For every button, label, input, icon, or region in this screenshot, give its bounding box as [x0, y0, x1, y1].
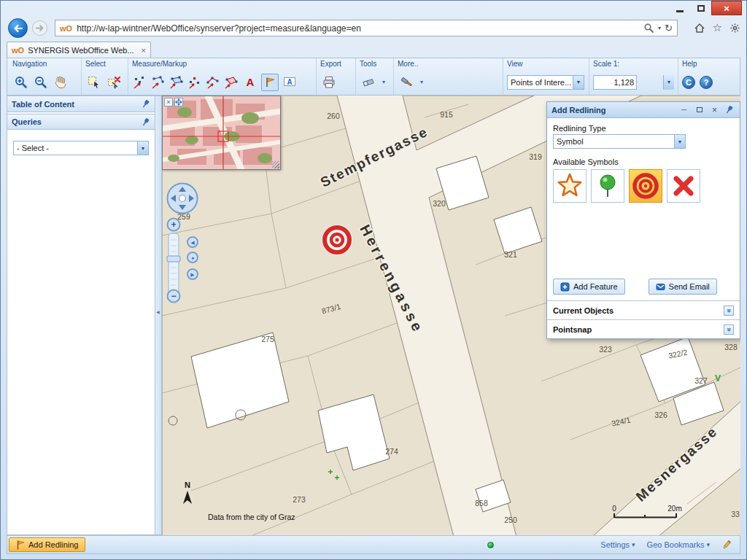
clear-selection-icon[interactable] [105, 74, 123, 91]
svg-text:0: 0 [612, 505, 616, 513]
overview-pan-icon[interactable] [174, 98, 183, 106]
email-icon [656, 282, 665, 292]
svg-text:◀: ◀ [190, 240, 195, 245]
overview-map[interactable]: × [162, 96, 281, 170]
redline-line-icon[interactable] [205, 74, 221, 91]
pointsnap-section-header[interactable]: Pointsnap » [547, 319, 740, 338]
symbol-pin-tile[interactable] [591, 169, 624, 203]
current-objects-section-header[interactable]: Current Objects » [547, 300, 740, 319]
site-favicon: wO [60, 24, 72, 33]
svg-text:N: N [185, 481, 190, 489]
sidebar-splitter[interactable]: ◀ [155, 96, 162, 535]
symbol-x-tile[interactable] [667, 169, 700, 203]
eraser-tool-icon[interactable] [360, 74, 377, 91]
panel-header[interactable]: Add Redlining ─ × [547, 102, 740, 118]
zoom-slider[interactable] [167, 233, 180, 296]
send-email-button[interactable]: Send Email [649, 279, 717, 295]
browser-forward-button[interactable] [32, 20, 47, 36]
parcel-label: 250 [504, 516, 517, 524]
window-minimize-button[interactable] [669, 1, 690, 15]
panel-close-button[interactable]: × [709, 104, 720, 115]
toolbar-group-label: Select [85, 60, 124, 69]
section-title: Queries [12, 117, 42, 126]
sidebar-section-table-of-content[interactable]: Table of Content [7, 96, 155, 112]
browser-back-button[interactable] [8, 18, 28, 38]
overview-close-icon[interactable]: × [164, 98, 173, 106]
favorites-star-icon[interactable]: ☆ [713, 21, 722, 34]
add-symbol-flag-icon[interactable] [261, 74, 279, 91]
scale-input[interactable] [593, 75, 637, 90]
dropdown-arrow-icon[interactable]: ▼ [674, 135, 685, 148]
collapse-sidebar-icon[interactable]: ◀ [156, 309, 160, 314]
info-badge[interactable]: C [682, 76, 695, 89]
tab-close-icon[interactable]: × [142, 46, 146, 55]
edit-pencil-icon[interactable] [721, 540, 732, 551]
zoom-slider-handle[interactable] [167, 256, 180, 262]
panel-minimize-button[interactable]: ─ [678, 104, 689, 115]
zoom-in-button[interactable]: + [168, 219, 180, 231]
panel-float-button[interactable] [694, 104, 705, 115]
parcel-label: 858 [475, 499, 488, 508]
refresh-icon[interactable]: ↻ [665, 23, 673, 34]
print-icon[interactable] [320, 74, 338, 91]
toolbar-group-select: Select [82, 58, 128, 95]
map-navigation-widget[interactable]: + ◀ ● [165, 179, 203, 306]
tools-dropdown-caret[interactable]: ▾ [379, 75, 388, 90]
sidebar-section-queries[interactable]: Queries [7, 114, 155, 130]
url-text[interactable]: http://w-lap-wintner/WebOffice/synserver… [77, 23, 639, 34]
panel-pin-button[interactable] [724, 104, 735, 115]
svg-text:A: A [247, 76, 255, 88]
help-badge[interactable]: ? [700, 76, 713, 89]
zoom-in-icon[interactable] [12, 74, 30, 91]
view-select[interactable]: Points of Intere... ▼ [507, 75, 584, 90]
default-extent-button[interactable]: ● [187, 252, 198, 262]
redline-point-icon[interactable] [187, 74, 203, 91]
measure-coordinate-icon[interactable] [132, 74, 148, 91]
search-dropdown-caret[interactable]: ▾ [658, 25, 661, 31]
symbol-star-tile[interactable] [553, 169, 587, 203]
zoom-out-button[interactable]: − [168, 290, 180, 303]
map-viewport[interactable]: Stempfergasse Herrengasse Mesnergasse 26… [162, 96, 740, 535]
dropdown-arrow-icon[interactable]: ▼ [137, 141, 148, 155]
browser-tab-row: wO SYNERGIS WebOffice Web... × [1, 40, 746, 58]
more-dropdown-caret[interactable]: ▾ [417, 75, 426, 90]
symbol-target-tile[interactable] [629, 169, 662, 203]
window-maximize-button[interactable] [690, 1, 711, 15]
expand-section-icon[interactable]: » [724, 306, 734, 316]
previous-extent-button[interactable]: ◀ [187, 237, 198, 247]
home-icon[interactable] [694, 22, 705, 34]
scale-dropdown-arrow-icon[interactable]: ▼ [663, 75, 674, 90]
address-bar[interactable]: wO http://w-lap-wintner/WebOffice/synser… [55, 20, 678, 36]
measure-area-icon[interactable] [169, 74, 185, 91]
active-tool-indicator[interactable]: Add Redlining [9, 537, 85, 552]
select-features-icon[interactable] [85, 74, 103, 91]
search-icon[interactable] [643, 23, 654, 34]
pin-icon[interactable] [142, 99, 150, 109]
queries-select[interactable]: - Select - ▼ [13, 141, 149, 155]
hammer-tool-icon[interactable] [398, 74, 415, 91]
parcel-label: 273 [293, 495, 306, 504]
text-annotation-icon[interactable]: A [241, 74, 259, 91]
pan-control[interactable] [168, 184, 198, 214]
overview-resize-handle[interactable] [272, 161, 279, 168]
window-close-button[interactable]: × [711, 1, 742, 15]
settings-menu[interactable]: Settings▾ [600, 540, 635, 549]
redline-polygon-icon[interactable] [223, 74, 239, 91]
expand-section-icon[interactable]: » [724, 324, 734, 335]
text-box-icon[interactable]: A [281, 74, 298, 91]
dropdown-arrow-icon[interactable]: ▼ [573, 76, 584, 89]
redlining-type-select[interactable]: Symbol ▼ [553, 134, 686, 149]
redline-target-symbol[interactable] [322, 225, 352, 255]
browser-tab[interactable]: wO SYNERGIS WebOffice Web... × [7, 42, 151, 58]
window-titlebar[interactable]: × [1, 1, 746, 17]
toolbar-group-measure-markup: Measure/Markup A A [128, 58, 317, 95]
pin-icon[interactable] [142, 117, 150, 127]
next-extent-button[interactable]: ▶ [187, 269, 198, 279]
pan-hand-icon[interactable] [52, 74, 69, 91]
view-select-value: Points of Intere... [511, 78, 571, 87]
settings-gear-icon[interactable] [729, 23, 740, 34]
add-feature-button[interactable]: Add Feature [553, 279, 625, 295]
geo-bookmarks-menu[interactable]: Geo Bookmarks▾ [647, 540, 710, 549]
zoom-out-icon[interactable] [32, 74, 50, 91]
measure-distance-icon[interactable] [150, 74, 166, 91]
